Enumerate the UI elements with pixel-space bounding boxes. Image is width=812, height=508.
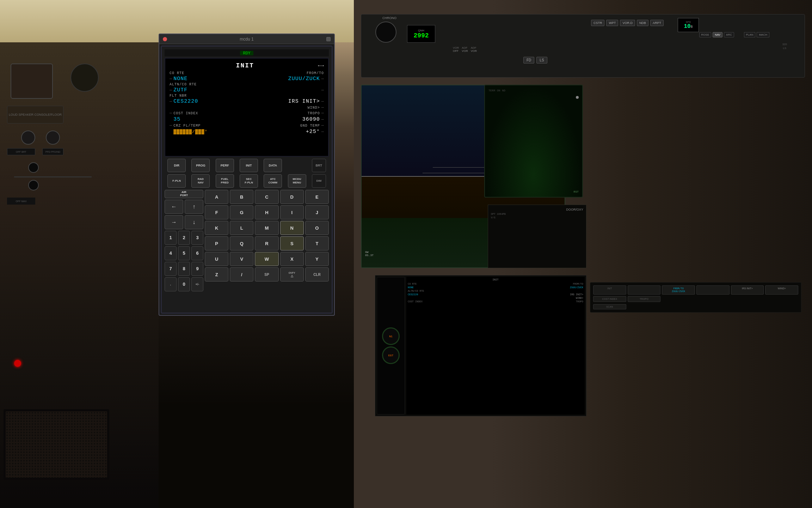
- key-u[interactable]: U: [205, 252, 228, 266]
- key-4[interactable]: 4: [165, 246, 177, 260]
- brt-key[interactable]: BRT: [312, 159, 326, 172]
- dim-key[interactable]: DIM: [312, 174, 326, 188]
- prog-key[interactable]: PROG: [191, 159, 210, 172]
- key-w[interactable]: W: [255, 252, 278, 266]
- key-7[interactable]: 7: [165, 262, 177, 276]
- expand-button[interactable]: [326, 37, 331, 41]
- keyboard-area: AIRPORT ← ↑ → ↓ 1 2 3: [165, 190, 329, 291]
- key-s[interactable]: S: [280, 236, 304, 250]
- screen-label-row-3: FLT NBR: [170, 94, 324, 98]
- key-j[interactable]: J: [305, 205, 329, 219]
- data-key[interactable]: DATA: [264, 159, 282, 172]
- key-z[interactable]: Z: [205, 267, 228, 282]
- key-dot[interactable]: .: [165, 277, 177, 291]
- key-p[interactable]: P: [205, 236, 228, 250]
- from-to-label: FROM/TO: [307, 71, 324, 75]
- key-3[interactable]: 3: [191, 231, 203, 245]
- key-sp[interactable]: SP: [255, 267, 278, 282]
- key-g[interactable]: G: [230, 205, 253, 219]
- fuelpred-key[interactable]: FUELPRED: [216, 174, 234, 188]
- key-m[interactable]: M: [255, 221, 278, 235]
- gnd-temp-label: GND TEMP: [300, 124, 320, 128]
- key-h[interactable]: H: [255, 205, 278, 219]
- alpha-row-ko: K L M N O: [205, 221, 329, 235]
- key-i[interactable]: I: [280, 205, 304, 219]
- dir-key[interactable]: DIR: [167, 159, 186, 172]
- mcdu-window: mcdu 1 RDY ← INIT ←→ CO RTE FROM/TO: [159, 34, 335, 316]
- fpln-key[interactable]: F-PLN: [167, 174, 186, 188]
- altn-co-rte-value: ZUTF: [173, 87, 187, 93]
- key-x[interactable]: X: [280, 252, 304, 266]
- key-r[interactable]: R: [255, 236, 278, 250]
- from-to-value: ZUUU/ZUCK: [288, 76, 320, 82]
- key-1[interactable]: 1: [165, 231, 177, 245]
- key-f[interactable]: F: [205, 205, 228, 219]
- status-indicator: RDY: [240, 51, 253, 55]
- irs-init-value: IRS INIT>: [288, 98, 320, 104]
- key-t[interactable]: T: [305, 236, 329, 250]
- key-6[interactable]: 6: [191, 246, 203, 260]
- key-v[interactable]: V: [230, 252, 253, 266]
- screen-title-row: ← INIT ←→: [170, 62, 324, 69]
- key-0[interactable]: 0: [178, 277, 190, 291]
- screen-value-row-3: — CES2220 IRS INIT> —: [170, 98, 324, 104]
- key-clr[interactable]: CLR: [305, 267, 329, 282]
- arrow-row-2: → ↓: [165, 215, 203, 229]
- key-k[interactable]: K: [205, 221, 228, 235]
- perf-key[interactable]: PERF: [216, 159, 234, 172]
- key-d[interactable]: D: [280, 190, 304, 204]
- wind-label: WIND>: [308, 106, 320, 110]
- mcdu-screen: ← INIT ←→ CO RTE FROM/TO — NONE ZUUU/ZUC…: [165, 58, 329, 157]
- co-rte-label: CO RTE: [170, 71, 184, 75]
- left-arrow-key[interactable]: ←: [165, 200, 183, 214]
- crz-fl-value: ▓▓▓▓▓▓/▓▓▓°: [173, 129, 208, 134]
- key-c[interactable]: C: [255, 190, 278, 204]
- key-n[interactable]: N: [280, 221, 304, 235]
- key-5[interactable]: 5: [178, 246, 190, 260]
- function-row-2: F-PLN RADNAV FUELPRED SECF-PLN ATCCOMM M…: [165, 174, 329, 188]
- down-arrow-key[interactable]: ↓: [185, 215, 203, 229]
- screen-value-row-5: — 35 36090 —: [170, 116, 324, 122]
- key-y[interactable]: Y: [305, 252, 329, 266]
- left-keys: AIRPORT ← ↑ → ↓ 1 2 3: [165, 190, 203, 291]
- key-slash[interactable]: /: [230, 267, 253, 282]
- flt-nbr-value: CES2220: [173, 98, 198, 104]
- init-key[interactable]: INIT: [240, 159, 258, 172]
- screen-label-row-4: WIND> —: [170, 105, 324, 110]
- key-o[interactable]: O: [305, 221, 329, 235]
- mcdu-body: RDY ← INIT ←→ CO RTE FROM/TO — NONE: [161, 46, 333, 314]
- num-row-2: 4 5 6: [165, 246, 203, 260]
- function-row-1: DIR PROG PERF INIT DATA BRT: [165, 159, 329, 172]
- airport-key[interactable]: AIRPORT: [165, 190, 203, 198]
- screen-value-row-1: — NONE ZUUU/ZUCK —: [170, 76, 324, 82]
- crz-fl-temp-label: CRZ FL/TEMP: [173, 124, 201, 128]
- cost-index-value: 35: [173, 116, 180, 122]
- secfpln-key[interactable]: SECF-PLN: [240, 174, 258, 188]
- left-cockpit-panel: LOUD SPEAKER CONSOLE/FLOOR OFF BRT PFD P…: [0, 42, 159, 508]
- key-l[interactable]: L: [230, 221, 253, 235]
- mcdumenu-key[interactable]: MCDUMENU: [288, 174, 306, 188]
- key-9[interactable]: 9: [191, 262, 203, 276]
- atccomm-key[interactable]: ATCCOMM: [264, 174, 282, 188]
- right-arrow-key[interactable]: →: [165, 215, 183, 229]
- close-button[interactable]: [163, 37, 167, 41]
- key-2[interactable]: 2: [178, 231, 190, 245]
- key-b[interactable]: B: [230, 190, 253, 204]
- up-arrow-key[interactable]: ↑: [185, 200, 203, 214]
- screen-label-row-6: — CRZ FL/TEMP GND TEMP —: [170, 123, 324, 128]
- screen-title: INIT: [172, 62, 318, 69]
- key-plusminus[interactable]: +/-: [191, 277, 203, 291]
- right-cockpit-panel: CHRONO QNH 2992 CSTR WPT VOR.D NDB ARPT …: [354, 0, 812, 508]
- key-8[interactable]: 8: [178, 262, 190, 276]
- key-ovfy[interactable]: OVFY△: [280, 267, 304, 282]
- screen-arrow: ←→: [318, 63, 324, 68]
- key-q[interactable]: Q: [230, 236, 253, 250]
- key-a[interactable]: A: [205, 190, 228, 204]
- key-e[interactable]: E: [305, 190, 329, 204]
- radnav-key[interactable]: RADNAV: [191, 174, 210, 188]
- tropo-value: 36090: [302, 116, 320, 122]
- screen-label-row-2: ALTN/CO RTE: [170, 83, 324, 86]
- status-bar: RDY: [165, 49, 329, 56]
- screen-value-row-2: — ZUTF —: [170, 87, 324, 93]
- alpha-row-uy: U V W X Y: [205, 252, 329, 266]
